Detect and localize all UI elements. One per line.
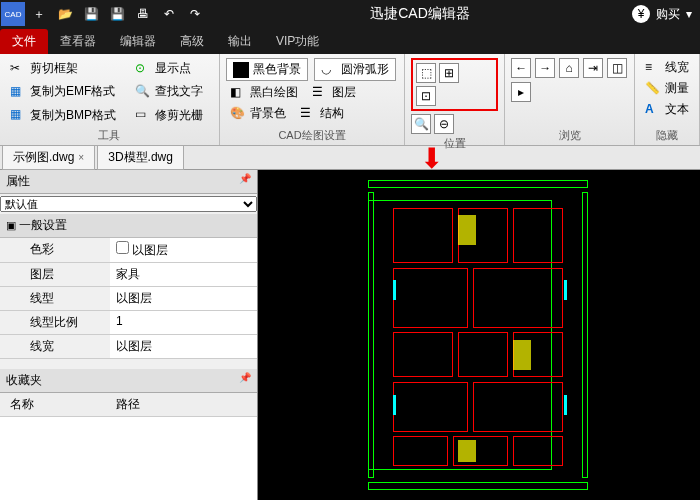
pos-tool-2[interactable]: ⊞ — [439, 63, 459, 83]
bw-draw-button[interactable]: ◧黑白绘图 — [226, 83, 302, 102]
bylayer-checkbox[interactable] — [116, 241, 129, 254]
tab-file[interactable]: 文件 — [0, 29, 48, 54]
point-icon: ⊙ — [135, 61, 151, 77]
palette-icon: 🎨 — [230, 106, 246, 122]
properties-panel: 属性📌 默认值 ▣ 一般设置 色彩 以图层 图层家具 线型以图层 线型比例1 线… — [0, 170, 258, 500]
open-icon[interactable]: 📂 — [53, 2, 77, 26]
find-text-button[interactable]: 🔍查找文字 — [131, 81, 212, 102]
black-bg-icon — [233, 62, 249, 78]
redo-icon[interactable]: ↷ — [183, 2, 207, 26]
copy-emf-button[interactable]: ▦复制为EMF格式 — [6, 81, 125, 102]
tab-advanced[interactable]: 高级 — [168, 29, 216, 54]
text-icon: A — [645, 102, 661, 118]
tab-viewer[interactable]: 查看器 — [48, 29, 108, 54]
group-cad-label: CAD绘图设置 — [226, 128, 399, 143]
pin-icon[interactable]: 📌 — [239, 372, 251, 389]
search-icon: 🔍 — [135, 84, 151, 100]
table-row[interactable]: 图层家具 — [0, 263, 257, 287]
props-title: 属性 — [6, 173, 30, 190]
show-point-button[interactable]: ⊙显示点 — [131, 58, 212, 79]
clip-frame-button[interactable]: ✂剪切框架 — [6, 58, 125, 79]
buy-link[interactable]: 购买 — [656, 6, 680, 23]
table-row[interactable]: 线型比例1 — [0, 311, 257, 335]
structure-button[interactable]: ☰结构 — [296, 104, 348, 123]
fav-col-name: 名称 — [0, 393, 110, 416]
pos-tool-4[interactable]: 🔍 — [411, 114, 431, 134]
fav-list — [0, 417, 257, 500]
position-highlight: ⬚ ⊞ ⊡ — [411, 58, 498, 111]
ribbon: ✂剪切框架 ⊙显示点 ▦复制为EMF格式 🔍查找文字 ▦复制为BMP格式 ▭修剪… — [0, 54, 700, 146]
structure-icon: ☰ — [300, 106, 316, 122]
bw-icon: ◧ — [230, 85, 246, 101]
tab-editor[interactable]: 编辑器 — [108, 29, 168, 54]
layer-button[interactable]: ☰图层 — [308, 83, 360, 102]
trim-raster-button[interactable]: ▭修剪光栅 — [131, 105, 212, 126]
doc-tabs: 示例图.dwg× 3D模型.dwg — [0, 146, 700, 170]
trim-icon: ▭ — [135, 107, 151, 123]
print-icon[interactable]: 🖶 — [131, 2, 155, 26]
nav-left-icon[interactable]: ← — [511, 58, 531, 78]
table-row[interactable]: 线型以图层 — [0, 287, 257, 311]
text-button[interactable]: A文本 — [641, 100, 693, 119]
nav-tool-5[interactable]: ◫ — [607, 58, 627, 78]
bmp-icon: ▦ — [10, 107, 26, 123]
doc-tab-2[interactable]: 3D模型.dwg — [97, 145, 184, 170]
new-icon[interactable]: ＋ — [27, 2, 51, 26]
arc-icon: ◡ — [321, 62, 337, 78]
undo-icon[interactable]: ↶ — [157, 2, 181, 26]
pin-icon[interactable]: 📌 — [239, 173, 251, 190]
smooth-arc-button[interactable]: ◡圆滑弧形 — [314, 58, 396, 81]
drawing-canvas[interactable] — [258, 170, 700, 500]
group-hide-label: 隐藏 — [641, 128, 693, 143]
nav-right-icon[interactable]: → — [535, 58, 555, 78]
floorplan-drawing — [368, 180, 588, 490]
fav-title: 收藏夹 — [6, 372, 42, 389]
close-icon[interactable]: × — [78, 152, 84, 163]
tab-output[interactable]: 输出 — [216, 29, 264, 54]
table-row[interactable]: 线宽以图层 — [0, 335, 257, 359]
copy-bmp-button[interactable]: ▦复制为BMP格式 — [6, 105, 125, 126]
pos-tool-3[interactable]: ⊡ — [416, 86, 436, 106]
pos-tool-5[interactable]: ⊖ — [434, 114, 454, 134]
lineweight-icon: ≡ — [645, 60, 661, 76]
currency-icon[interactable]: ¥ — [632, 5, 650, 23]
measure-button[interactable]: 📏测量 — [641, 79, 693, 98]
cad-logo-icon: CAD — [1, 2, 25, 26]
dropdown-icon[interactable]: ▾ — [686, 7, 692, 21]
nav-home-icon[interactable]: ⌂ — [559, 58, 579, 78]
nav-end-icon[interactable]: ⇥ — [583, 58, 603, 78]
bgcolor-button[interactable]: 🎨背景色 — [226, 104, 290, 123]
group-tool-label: 工具 — [6, 128, 213, 143]
nav-tool-6[interactable]: ▸ — [511, 82, 531, 102]
default-select[interactable]: 默认值 — [0, 196, 257, 212]
layer-icon: ☰ — [312, 85, 328, 101]
table-row[interactable]: 色彩 以图层 — [0, 238, 257, 263]
save-icon[interactable]: 💾 — [79, 2, 103, 26]
menu-tabs: 文件 查看器 编辑器 高级 输出 VIP功能 — [0, 28, 700, 54]
general-header[interactable]: ▣ 一般设置 — [0, 214, 257, 238]
doc-tab-1[interactable]: 示例图.dwg× — [2, 145, 95, 170]
tab-vip[interactable]: VIP功能 — [264, 29, 331, 54]
group-browse-label: 浏览 — [511, 128, 628, 143]
pos-tool-1[interactable]: ⬚ — [416, 63, 436, 83]
group-pos-label: 位置 — [411, 136, 498, 151]
ruler-icon: 📏 — [645, 81, 661, 97]
app-title: 迅捷CAD编辑器 — [208, 5, 632, 23]
saveas-icon[interactable]: 💾 — [105, 2, 129, 26]
emf-icon: ▦ — [10, 84, 26, 100]
lineweight-button[interactable]: ≡线宽 — [641, 58, 693, 77]
black-bg-button[interactable]: 黑色背景 — [226, 58, 308, 81]
scissors-icon: ✂ — [10, 61, 26, 77]
fav-col-path: 路径 — [110, 393, 257, 416]
